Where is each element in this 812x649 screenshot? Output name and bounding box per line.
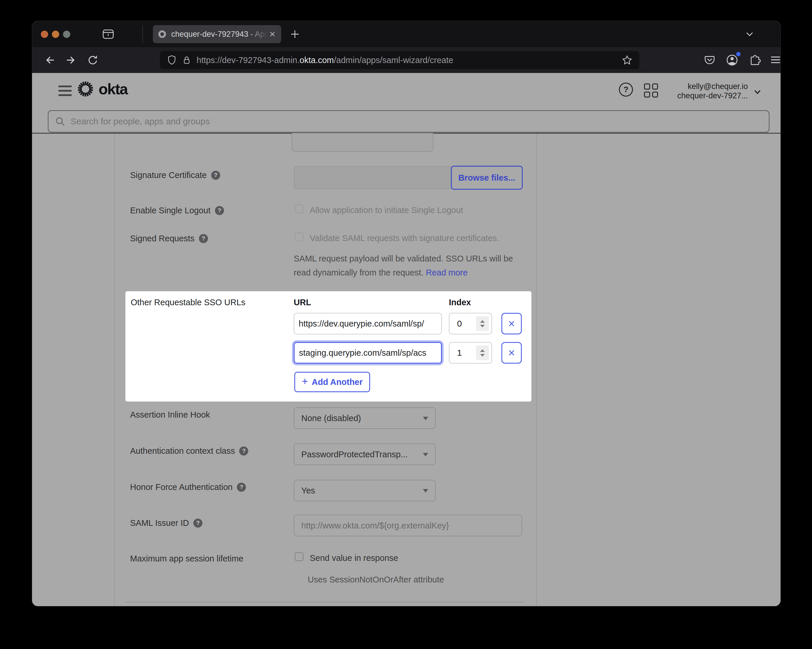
authentication-context-label: Authentication context class — [130, 446, 235, 456]
extensions-puzzle-icon[interactable] — [747, 53, 761, 67]
spinner-down-icon[interactable] — [480, 354, 485, 357]
caret-down-icon — [423, 489, 428, 493]
spinner-up-icon[interactable] — [480, 320, 485, 323]
toolbar-separator — [142, 25, 143, 43]
send-value-checkbox[interactable] — [295, 552, 304, 561]
enable-single-logout-label-row: Enable Single Logout ? — [130, 206, 224, 215]
user-email: kelly@chequer.io — [677, 82, 748, 91]
send-value-option-label: Send value in response — [310, 553, 398, 563]
plus-icon: + — [302, 375, 308, 387]
signed-requests-description: SAML request payload will be validated. … — [294, 251, 513, 280]
back-icon[interactable] — [43, 54, 56, 67]
signed-requests-checkbox[interactable] — [295, 232, 304, 241]
index-column-header: Index — [449, 298, 471, 307]
x-icon — [507, 319, 516, 328]
description-line-2: read dynamically from the request. Read … — [294, 266, 513, 280]
authentication-context-label-row: Authentication context class ? — [130, 446, 248, 456]
global-search[interactable] — [48, 110, 769, 133]
sso-index-spinner-1[interactable] — [449, 342, 492, 364]
browser-tab[interactable]: chequer-dev-7927943 - Applica — [153, 25, 281, 43]
honor-force-auth-label-row: Honor Force Authentication ? — [130, 482, 246, 492]
tracking-shield-icon[interactable] — [166, 55, 177, 66]
sso-index-input-1[interactable] — [457, 343, 474, 363]
spinner-down-icon[interactable] — [480, 325, 485, 328]
tab-list-chevron-icon[interactable] — [744, 30, 756, 38]
assertion-inline-hook-label: Assertion Inline Hook — [130, 410, 210, 419]
url-prefix: https://dev-7927943-admin. — [197, 55, 299, 65]
spinner-up-icon[interactable] — [480, 349, 485, 352]
section-divider — [125, 602, 523, 602]
help-icon[interactable]: ? — [193, 519, 202, 528]
help-icon[interactable]: ? — [215, 206, 224, 215]
browser-menu-icon[interactable] — [769, 53, 780, 67]
help-icon[interactable]: ? — [199, 234, 208, 243]
signature-certificate-label: Signature Certificate — [130, 170, 207, 180]
form-card: Signature Certificate ? Browse files... … — [114, 134, 537, 606]
x-icon — [507, 348, 516, 357]
screen: chequer-dev-7927943 - Applica — [0, 0, 812, 649]
saml-issuer-id-label: SAML Issuer ID — [130, 518, 189, 528]
user-menu[interactable]: kelly@chequer.io chequer-dev-7927... — [677, 82, 748, 100]
help-glyph: ? — [623, 85, 628, 94]
reload-icon[interactable] — [86, 54, 99, 67]
other-sso-urls-label: Other Requestable SSO URLs — [131, 298, 245, 307]
honor-force-auth-select[interactable]: Yes — [294, 480, 436, 501]
sso-index-input-0[interactable] — [457, 314, 474, 334]
remove-sso-url-button-1[interactable] — [501, 342, 522, 364]
sso-url-input-0[interactable] — [294, 313, 442, 334]
tab-close-icon[interactable] — [268, 30, 276, 38]
search-input[interactable] — [70, 116, 763, 127]
lock-icon[interactable] — [182, 55, 192, 66]
url-path: /admin/apps/saml-wizard/create — [334, 55, 453, 65]
remove-sso-url-button-0[interactable] — [501, 313, 522, 334]
session-attribute-helper: Uses SessionNotOnOrAfter attribute — [308, 575, 444, 585]
spinner-arrows-icon[interactable] — [476, 346, 489, 360]
sidebar-toggle-icon[interactable] — [102, 28, 115, 41]
truncated-field-above[interactable] — [292, 133, 433, 152]
caret-down-icon — [423, 417, 428, 420]
assertion-inline-hook-select[interactable]: None (disabled) — [294, 407, 436, 429]
honor-force-auth-label: Honor Force Authentication — [130, 482, 232, 492]
certificate-file-input[interactable] — [294, 166, 452, 189]
help-icon[interactable]: ? — [211, 171, 220, 180]
sso-index-spinner-0[interactable] — [449, 313, 492, 334]
help-circle-icon[interactable]: ? — [619, 83, 633, 96]
okta-sunburst-icon — [76, 80, 95, 98]
url-text: https://dev-7927943-admin.okta.com/admin… — [197, 55, 453, 65]
max-session-lifetime-label-row: Maximum app session lifetime — [130, 554, 243, 563]
help-icon[interactable]: ? — [239, 447, 248, 456]
minimize-window-button[interactable] — [52, 31, 59, 38]
account-notification-dot — [736, 52, 740, 56]
tab-title-fade — [247, 25, 268, 43]
nav-hamburger-icon[interactable] — [58, 86, 72, 96]
browse-files-button[interactable]: Browse files... — [451, 166, 523, 190]
help-icon[interactable]: ? — [237, 483, 246, 492]
okta-wordmark: okta — [99, 80, 127, 98]
description-line-1: SAML request payload will be validated. … — [294, 251, 513, 266]
sso-url-input-1[interactable] — [294, 342, 442, 364]
caret-down-icon — [423, 453, 428, 456]
saml-issuer-id-input[interactable] — [294, 515, 522, 536]
forward-icon[interactable] — [65, 54, 78, 67]
single-logout-option-label: Allow application to initiate Single Log… — [310, 205, 463, 215]
okta-logo[interactable]: okta — [76, 80, 127, 98]
user-menu-chevron-icon[interactable] — [752, 88, 762, 96]
url-domain: okta.com — [299, 55, 334, 65]
bookmark-star-icon[interactable] — [621, 54, 633, 66]
saml-issuer-id-label-row: SAML Issuer ID ? — [130, 518, 202, 528]
signed-requests-label: Signed Requests — [130, 234, 195, 243]
tab-favicon-sunburst-icon — [157, 29, 167, 39]
new-tab-icon[interactable] — [289, 28, 301, 40]
read-more-link[interactable]: Read more — [426, 268, 467, 277]
signed-requests-option-label: Validate SAML requests with signature ce… — [310, 233, 499, 243]
spinner-arrows-icon[interactable] — [476, 316, 489, 331]
add-another-button[interactable]: + Add Another — [294, 372, 370, 392]
url-bar[interactable]: https://dev-7927943-admin.okta.com/admin… — [160, 51, 640, 69]
close-window-button[interactable] — [41, 31, 48, 38]
maximize-window-button[interactable] — [63, 31, 70, 38]
app-switcher-grid-icon[interactable] — [644, 83, 658, 98]
user-org: chequer-dev-7927... — [677, 91, 748, 100]
authentication-context-select[interactable]: PasswordProtectedTransp... — [294, 444, 436, 465]
pocket-icon[interactable] — [703, 53, 716, 67]
single-logout-checkbox[interactable] — [295, 204, 304, 213]
